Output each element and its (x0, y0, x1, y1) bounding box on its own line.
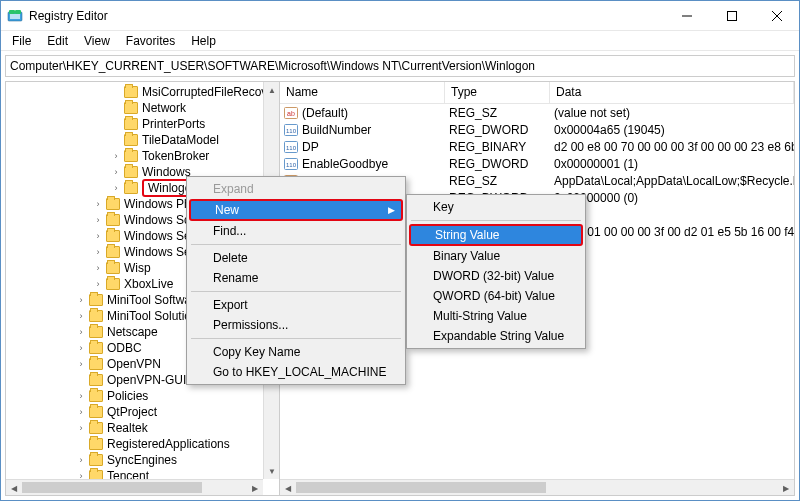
scroll-left-icon[interactable]: ◀ (280, 480, 296, 496)
expand-collapse-icon[interactable]: › (75, 390, 87, 402)
value-row[interactable]: 110EnableGoodbyeREG_DWORD0x00000001 (1) (280, 155, 794, 172)
ctx-new-dword[interactable]: DWORD (32-bit) Value (409, 266, 583, 286)
scroll-thumb[interactable] (22, 482, 202, 493)
tree-item-label: Wisp (124, 261, 151, 275)
folder-icon (124, 102, 138, 114)
col-data[interactable]: Data (550, 82, 794, 103)
separator (411, 220, 581, 221)
expand-collapse-icon[interactable]: › (92, 230, 104, 242)
expand-collapse-icon[interactable]: › (75, 342, 87, 354)
ctx-copy-key[interactable]: Copy Key Name (189, 342, 403, 362)
tree-item-label: TokenBroker (142, 149, 209, 163)
ctx-find[interactable]: Find... (189, 221, 403, 241)
menu-help[interactable]: Help (184, 33, 223, 49)
expand-collapse-icon[interactable]: › (75, 422, 87, 434)
expand-collapse-icon[interactable]: › (92, 214, 104, 226)
ctx-delete[interactable]: Delete (189, 248, 403, 268)
svg-rect-2 (15, 10, 21, 14)
ctx-goto-hklm[interactable]: Go to HKEY_LOCAL_MACHINE (189, 362, 403, 382)
col-type[interactable]: Type (445, 82, 550, 103)
menu-view[interactable]: View (77, 33, 117, 49)
value-row[interactable]: 110BuildNumberREG_DWORD0x00004a65 (19045… (280, 121, 794, 138)
folder-icon (124, 134, 138, 146)
tree-item[interactable]: Network (6, 100, 279, 116)
scroll-right-icon[interactable]: ▶ (778, 480, 794, 496)
expand-collapse-icon[interactable]: › (92, 278, 104, 290)
value-type: REG_DWORD (449, 157, 554, 171)
tree-item[interactable]: ›Policies (6, 388, 279, 404)
expand-collapse-icon (110, 134, 122, 146)
scroll-right-icon[interactable]: ▶ (247, 480, 263, 496)
tree-item[interactable]: RegisteredApplications (6, 436, 279, 452)
value-row[interactable]: ab(Default)REG_SZ(value not set) (280, 104, 794, 121)
svg-text:ab: ab (287, 110, 295, 117)
folder-icon (124, 150, 138, 162)
tree-item-label: TileDataModel (142, 133, 219, 147)
tree-item[interactable]: ›TokenBroker (6, 148, 279, 164)
menubar: File Edit View Favorites Help (1, 31, 799, 51)
scroll-up-icon[interactable]: ▲ (264, 82, 280, 98)
folder-icon (89, 294, 103, 306)
separator (191, 338, 401, 339)
svg-text:110: 110 (286, 145, 297, 151)
minimize-button[interactable] (664, 1, 709, 30)
expand-collapse-icon[interactable]: › (92, 246, 104, 258)
ctx-permissions[interactable]: Permissions... (189, 315, 403, 335)
ctx-new[interactable]: New ▶ (189, 199, 403, 221)
folder-icon (89, 326, 103, 338)
scroll-down-icon[interactable]: ▼ (264, 463, 280, 479)
list-scroll-h[interactable]: ◀ ▶ (280, 479, 794, 495)
folder-icon (106, 214, 120, 226)
value-data: AppData\Local;AppData\LocalLow;$Recycle.… (554, 174, 794, 188)
value-name: DP (302, 140, 319, 154)
tree-item[interactable]: ›Realtek (6, 420, 279, 436)
folder-icon (89, 358, 103, 370)
expand-collapse-icon[interactable]: › (110, 166, 122, 178)
tree-item[interactable]: ›SyncEngines (6, 452, 279, 468)
value-name: EnableGoodbye (302, 157, 388, 171)
expand-collapse-icon[interactable]: › (75, 294, 87, 306)
expand-collapse-icon[interactable]: › (92, 262, 104, 274)
tree-item[interactable]: ›QtProject (6, 404, 279, 420)
ctx-new-multi[interactable]: Multi-String Value (409, 306, 583, 326)
expand-collapse-icon[interactable]: › (110, 150, 122, 162)
tree-item[interactable]: MsiCorruptedFileRecovery (6, 84, 279, 100)
value-type: REG_DWORD (449, 123, 554, 137)
folder-icon (89, 310, 103, 322)
scroll-left-icon[interactable]: ◀ (6, 480, 22, 496)
tree-item-label: Windows (142, 165, 191, 179)
ctx-new-key[interactable]: Key (409, 197, 583, 217)
ctx-new-expandable[interactable]: Expandable String Value (409, 326, 583, 346)
expand-collapse-icon[interactable]: › (75, 454, 87, 466)
value-type: REG_SZ (449, 174, 554, 188)
expand-collapse-icon[interactable]: › (110, 182, 122, 194)
menu-edit[interactable]: Edit (40, 33, 75, 49)
ctx-new-string[interactable]: String Value (409, 224, 583, 246)
value-data: 0x00000001 (1) (554, 157, 794, 171)
ctx-new-qword[interactable]: QWORD (64-bit) Value (409, 286, 583, 306)
ctx-export[interactable]: Export (189, 295, 403, 315)
svg-rect-5 (727, 11, 736, 20)
value-row[interactable]: 110DPREG_BINARYd2 00 e8 00 70 00 00 00 3… (280, 138, 794, 155)
tree-item[interactable]: TileDataModel (6, 132, 279, 148)
tree-scroll-h[interactable]: ◀ ▶ (6, 479, 263, 495)
value-name: (Default) (302, 106, 348, 120)
expand-collapse-icon[interactable]: › (75, 406, 87, 418)
ctx-rename[interactable]: Rename (189, 268, 403, 288)
col-name[interactable]: Name (280, 82, 445, 103)
ctx-expand[interactable]: Expand (189, 179, 403, 199)
close-button[interactable] (754, 1, 799, 30)
expand-collapse-icon[interactable]: › (75, 310, 87, 322)
expand-collapse-icon[interactable]: › (75, 326, 87, 338)
tree-item[interactable]: PrinterPorts (6, 116, 279, 132)
menu-file[interactable]: File (5, 33, 38, 49)
address-bar[interactable]: Computer\HKEY_CURRENT_USER\SOFTWARE\Micr… (5, 55, 795, 77)
expand-collapse-icon[interactable]: › (75, 358, 87, 370)
folder-icon (89, 342, 103, 354)
menu-favorites[interactable]: Favorites (119, 33, 182, 49)
scroll-thumb[interactable] (296, 482, 546, 493)
expand-collapse-icon[interactable]: › (92, 198, 104, 210)
folder-icon (106, 198, 120, 210)
maximize-button[interactable] (709, 1, 754, 30)
ctx-new-binary[interactable]: Binary Value (409, 246, 583, 266)
